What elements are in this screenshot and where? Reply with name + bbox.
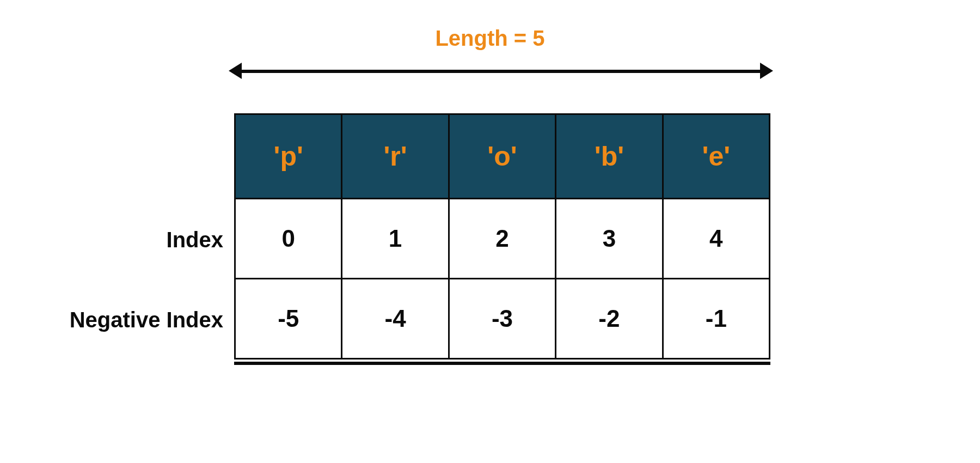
neg-index-cell: -1 — [662, 278, 770, 360]
index-cell: 0 — [234, 198, 342, 279]
index-cell: 3 — [555, 198, 663, 279]
neg-index-cell: -3 — [448, 278, 556, 360]
index-cell: 2 — [448, 198, 556, 279]
arrow-line — [237, 70, 764, 73]
row-label-negative-index: Negative Index — [5, 308, 223, 332]
char-cell: 'b' — [555, 113, 663, 199]
char-cell: 'e' — [662, 113, 770, 199]
table-bottom-rule — [234, 362, 770, 365]
row-label-index: Index — [5, 228, 223, 252]
neg-index-cell: -4 — [341, 278, 449, 360]
diagram-canvas: Length = 5 Index Negative Index 'p' 'r' … — [0, 0, 980, 463]
neg-index-cell: -5 — [234, 278, 342, 360]
index-cell: 4 — [662, 198, 770, 279]
row-positive-index: 0 1 2 3 4 — [234, 199, 770, 279]
row-negative-index: -5 -4 -3 -2 -1 — [234, 279, 770, 360]
neg-index-cell: -2 — [555, 278, 663, 360]
index-cell: 1 — [341, 198, 449, 279]
char-cell: 'r' — [341, 113, 449, 199]
index-table: 'p' 'r' 'o' 'b' 'e' 0 1 2 3 4 -5 -4 -3 -… — [234, 113, 770, 365]
length-arrow — [229, 63, 773, 78]
row-characters: 'p' 'r' 'o' 'b' 'e' — [234, 113, 770, 199]
char-cell: 'p' — [234, 113, 342, 199]
char-cell: 'o' — [448, 113, 556, 199]
arrow-head-right-icon — [760, 63, 773, 79]
length-label: Length = 5 — [0, 26, 980, 51]
